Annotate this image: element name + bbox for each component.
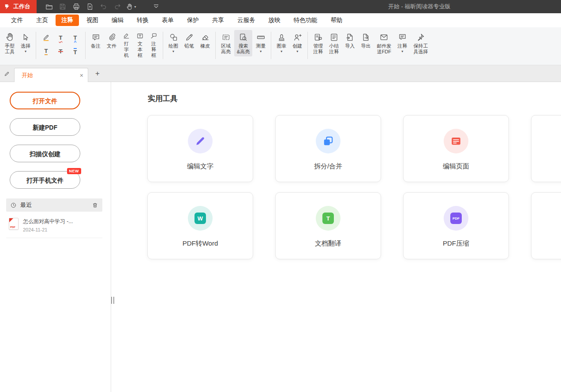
- pdf-to-word-icon: W: [188, 206, 213, 231]
- save-icon[interactable]: [56, 1, 69, 12]
- tool-card-partial[interactable]: [531, 115, 561, 182]
- measure-button[interactable]: 测量 ▾: [253, 30, 268, 55]
- dropdown-caret-icon: ▾: [280, 49, 282, 53]
- print-icon[interactable]: [70, 1, 82, 12]
- menu-features[interactable]: 特色功能: [288, 15, 323, 26]
- pencil-tool-button[interactable]: 铅笔: [182, 30, 197, 51]
- mail-fdf-button[interactable]: 邮件发送FDF: [374, 30, 394, 56]
- dropdown-caret-icon: ▾: [296, 49, 298, 53]
- menu-view[interactable]: 视图: [81, 15, 104, 26]
- tool-card-partial[interactable]: [531, 192, 561, 259]
- highlight-tool-button[interactable]: [39, 31, 53, 44]
- tool-card-label: 拆分/合并: [314, 162, 342, 171]
- textbox-button[interactable]: 文本框: [134, 30, 146, 60]
- undo-icon[interactable]: [97, 1, 110, 12]
- scanner-create-button[interactable]: 扫描仪创建: [10, 145, 80, 162]
- textbox-icon: [136, 32, 144, 40]
- stamp-button[interactable]: 图章 ▾: [274, 30, 289, 55]
- menu-protect[interactable]: 保护: [181, 15, 205, 26]
- window-title: 开始 - 福昕阅读器专业版: [388, 0, 451, 13]
- underline-tool-button[interactable]: T: [39, 45, 53, 58]
- create-button[interactable]: 创建 ▾: [290, 30, 305, 55]
- attach-file-button[interactable]: 文件: [104, 30, 119, 51]
- annotate-pencil-icon[interactable]: [2, 67, 12, 80]
- tool-card-label: 编辑文字: [187, 162, 213, 171]
- menu-share[interactable]: 共享: [206, 15, 230, 26]
- split-merge-icon: [316, 129, 340, 153]
- tool-card-edit-text[interactable]: 编辑文字: [147, 115, 253, 182]
- note-button[interactable]: 备注: [88, 30, 103, 51]
- search-highlight-button[interactable]: 搜索&高亮: [234, 30, 252, 56]
- recent-file-date: 2024-11-21: [23, 227, 73, 232]
- tool-card-edit-pages[interactable]: 编辑页面: [403, 115, 509, 182]
- replace-text-tool-button[interactable]: T: [68, 45, 82, 58]
- callout-icon: [150, 32, 157, 40]
- menu-form[interactable]: 表单: [156, 15, 180, 26]
- paperclip-icon: [107, 32, 116, 42]
- export-comments-button[interactable]: 导出: [358, 30, 373, 51]
- open-file-button[interactable]: 打开文件: [10, 92, 80, 109]
- tool-card-split-merge[interactable]: 拆分/合并: [275, 115, 381, 182]
- menu-edit[interactable]: 编辑: [106, 15, 129, 26]
- sidebar: 打开文件 新建PDF 扫描仪创建 打开手机文件 NEW 最近 PDF 怎么面对高…: [0, 82, 111, 392]
- hand-tool-button[interactable]: 手型工具: [2, 30, 17, 56]
- squiggly-underline-tool-button[interactable]: T: [54, 31, 67, 44]
- menu-slideshow[interactable]: 放映: [263, 15, 286, 26]
- recent-file-item[interactable]: PDF 怎么面对高中学习 -... 2024-11-21: [6, 217, 102, 238]
- drawing-button[interactable]: 绘图 ▾: [166, 30, 181, 55]
- area-highlight-button[interactable]: 区域高亮: [218, 30, 233, 56]
- select-tool-button[interactable]: 选择 ▾: [18, 30, 33, 55]
- typewriter-icon: [123, 32, 130, 40]
- dropdown-caret-icon: ▾: [25, 49, 26, 53]
- tool-card-doc-translate[interactable]: T 文档翻译: [275, 192, 381, 259]
- recent-label: 最近: [20, 201, 32, 209]
- tool-card-label: PDF转Word: [183, 239, 218, 248]
- hand-mode-icon[interactable]: ▾: [125, 1, 137, 12]
- export-icon: [361, 32, 370, 42]
- menu-convert[interactable]: 转换: [131, 15, 154, 26]
- tool-card-label: 编辑页面: [443, 162, 469, 171]
- note-bubble-icon: [91, 32, 101, 42]
- eraser-tool-button[interactable]: 橡皮: [198, 30, 213, 51]
- menu-home[interactable]: 主页: [30, 15, 54, 26]
- shapes-icon: [169, 32, 178, 42]
- stamp-icon: [277, 32, 286, 42]
- hand-icon: [5, 32, 15, 42]
- content-area: 打开文件 新建PDF 扫描仪创建 打开手机文件 NEW 最近 PDF 怎么面对高…: [0, 82, 561, 392]
- redo-icon[interactable]: [111, 1, 123, 12]
- callout-button[interactable]: 注释框: [147, 30, 160, 60]
- ruler-icon: [256, 32, 266, 42]
- import-comments-button[interactable]: 导入: [342, 30, 357, 51]
- summarize-comments-button[interactable]: 小结注释: [326, 30, 341, 56]
- new-tab-button[interactable]: +: [92, 68, 103, 79]
- tab-start[interactable]: 开始 ×: [14, 68, 88, 82]
- insert-text-tool-button[interactable]: T: [68, 31, 82, 44]
- open-folder-icon[interactable]: [43, 1, 55, 12]
- tab-close-icon[interactable]: ×: [80, 72, 83, 78]
- sidebar-splitter-handle[interactable]: [111, 297, 114, 304]
- comments-panel-button[interactable]: 注释 ▾: [395, 30, 410, 55]
- workbench-label: 工作台: [13, 3, 30, 11]
- pdf-compress-icon: PDF: [444, 206, 468, 231]
- keep-tool-selected-button[interactable]: 保持工具选择: [411, 30, 430, 56]
- typewriter-button[interactable]: 打字机: [120, 30, 133, 60]
- dropdown-caret-icon: ▾: [401, 49, 403, 53]
- workbench-button[interactable]: 工作台: [0, 0, 37, 13]
- tool-card-label: PDF压缩: [443, 239, 469, 248]
- ribbon-separator: [307, 32, 308, 59]
- tool-card-pdf-to-word[interactable]: W PDF转Word: [147, 192, 253, 259]
- manage-comments-button[interactable]: 管理注释: [310, 30, 325, 56]
- strikeout-tool-button[interactable]: T: [54, 45, 67, 58]
- clear-recent-icon[interactable]: [92, 202, 98, 209]
- menu-file[interactable]: 文件: [5, 15, 29, 26]
- menu-comment[interactable]: 注释: [56, 15, 79, 26]
- new-pdf-button[interactable]: 新建PDF: [10, 118, 80, 136]
- export-document-icon[interactable]: [84, 1, 96, 12]
- tool-card-pdf-compress[interactable]: PDF PDF压缩: [403, 192, 509, 259]
- menu-cloud[interactable]: 云服务: [232, 15, 261, 26]
- comment-bubble-icon: [398, 32, 407, 42]
- manage-comments-icon: [314, 32, 323, 42]
- menu-help[interactable]: 帮助: [325, 15, 348, 26]
- collapse-ribbon-icon[interactable]: [150, 1, 162, 12]
- titlebar: 工作台 ▾ 开始 - 福昕阅读器专业版: [0, 0, 561, 13]
